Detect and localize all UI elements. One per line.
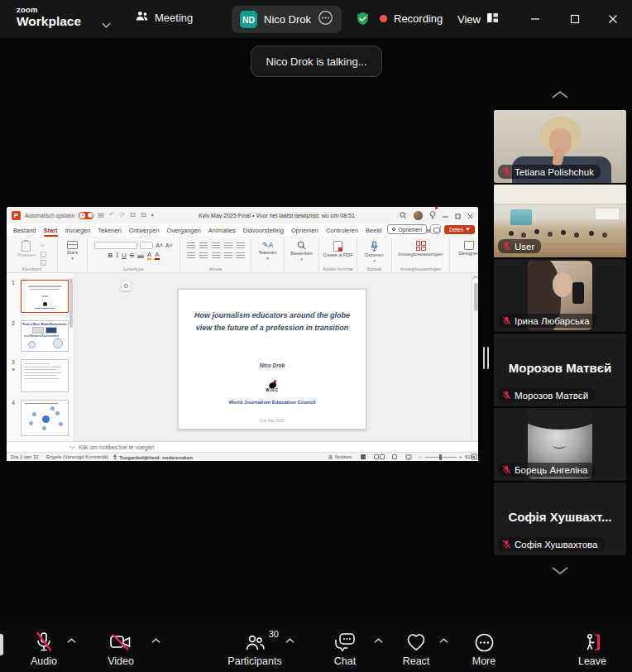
- design-ideas-button[interactable]: [121, 281, 132, 291]
- participants-options-chevron-icon[interactable]: [285, 632, 294, 647]
- scroll-participants-up-button[interactable]: [551, 90, 569, 99]
- menu-diavoorstelling[interactable]: Diavoorstelling: [243, 224, 284, 237]
- window-close-button[interactable]: [605, 11, 621, 27]
- slide-thumbnail-3[interactable]: 3 ★: [7, 359, 74, 394]
- menu-overgangen[interactable]: Overgangen: [167, 224, 201, 237]
- video-options-chevron-icon[interactable]: [151, 632, 160, 647]
- ppt-close-button[interactable]: [467, 208, 473, 223]
- accessibility-status[interactable]: Toegankelijkheid: onderzoeken: [113, 454, 193, 460]
- strikethrough-button[interactable]: S: [130, 252, 134, 259]
- video-tile-iryna[interactable]: Ірина Любарська: [494, 259, 626, 332]
- comments-icon[interactable]: [430, 224, 441, 234]
- active-speaker-pill[interactable]: ND Nico Drok: [232, 6, 342, 33]
- bullet-list-icon[interactable]: [187, 242, 195, 249]
- workspace-chevron-down-icon[interactable]: [102, 17, 111, 31]
- autosave-toggle[interactable]: ✓: [79, 212, 93, 219]
- window-maximize-button[interactable]: [567, 11, 583, 27]
- cut-icon[interactable]: ✂: [41, 242, 46, 249]
- menu-ontwerpen[interactable]: Ontwerpen: [129, 224, 160, 237]
- audio-options-chevron-icon[interactable]: [67, 632, 76, 647]
- hidden-panel-handle[interactable]: [0, 634, 3, 655]
- font-name-box[interactable]: [94, 242, 137, 249]
- view-button[interactable]: View: [457, 12, 499, 26]
- video-tile-user[interactable]: User: [494, 185, 626, 257]
- fit-to-window-button[interactable]: [471, 454, 477, 461]
- language-status[interactable]: Engels (Verenigd Koninkrijk): [46, 454, 108, 459]
- view-sorter-button[interactable]: [374, 454, 385, 459]
- shrink-font-icon[interactable]: A˅: [165, 242, 173, 248]
- format-painter-icon[interactable]: [41, 260, 46, 266]
- ppt-minimize-button[interactable]: [443, 208, 448, 223]
- menu-beeld[interactable]: Beeld: [366, 224, 381, 237]
- slideshow-icon[interactable]: ⊡: [130, 212, 136, 218]
- slide-1-canvas[interactable]: How journalism educators around the glob…: [178, 289, 366, 430]
- designer-button[interactable]: Designer: [459, 241, 478, 256]
- panel-resize-handle[interactable]: [483, 347, 489, 369]
- justify-icon[interactable]: [224, 252, 232, 259]
- menu-bestand[interactable]: Bestand: [13, 224, 36, 237]
- menu-tekenen[interactable]: Tekenen: [98, 224, 122, 237]
- clear-format-button[interactable]: ab: [137, 253, 144, 259]
- ppt-restore-button[interactable]: [455, 208, 461, 223]
- indent-increase-icon[interactable]: [224, 242, 232, 249]
- align-center-icon[interactable]: [199, 252, 208, 259]
- zoom-out-button[interactable]: −: [419, 454, 422, 459]
- line-spacing-icon[interactable]: [237, 242, 245, 249]
- save-icon[interactable]: ▤: [98, 212, 104, 218]
- video-tile-sofiia[interactable]: Софія Хушвахт... Софія Хушвахтова: [494, 482, 626, 555]
- numbered-list-icon[interactable]: [199, 242, 208, 249]
- canvas-scrollbar[interactable]: [472, 273, 478, 441]
- video-tile-borets[interactable]: Борець Ангеліна: [494, 408, 626, 481]
- underline-button[interactable]: U: [122, 252, 127, 259]
- menu-animaties[interactable]: Animaties: [208, 224, 236, 237]
- recording-indicator[interactable]: Recording: [380, 12, 443, 25]
- menu-controleren[interactable]: Controleren: [326, 224, 358, 237]
- video-tile-morozov[interactable]: Морозов Матвєй Морозов Матвєй: [494, 334, 626, 406]
- undo-icon[interactable]: ↶: [109, 212, 115, 218]
- preview-icon[interactable]: ⊟: [141, 212, 146, 218]
- font-color-button[interactable]: A: [155, 252, 159, 260]
- menu-opnemen[interactable]: Opnemen: [291, 224, 318, 237]
- account-avatar[interactable]: [414, 211, 423, 220]
- participants-button[interactable]: 30 Participants: [218, 631, 292, 667]
- redo-icon[interactable]: ⟳: [120, 212, 126, 218]
- menu-invoegen[interactable]: Invoegen: [65, 224, 91, 237]
- view-slideshow-button[interactable]: [405, 454, 412, 461]
- menu-start[interactable]: Start: [44, 224, 58, 237]
- slide-thumbnail-1[interactable]: 1: [7, 280, 74, 314]
- lightbulb-icon[interactable]: [429, 208, 436, 223]
- view-normal-button[interactable]: [361, 454, 366, 459]
- new-slide-button[interactable]: Dia's ▾: [67, 241, 78, 261]
- zoom-in-button[interactable]: +: [459, 454, 462, 459]
- grow-font-icon[interactable]: A˄: [156, 242, 163, 248]
- edit-button[interactable]: Bewerken ▾: [290, 241, 313, 262]
- security-shield-icon[interactable]: [355, 11, 371, 31]
- notes-bar[interactable]: Klik om notities toe te voegen: [7, 441, 478, 452]
- notes-toggle-button[interactable]: Notities: [328, 454, 352, 459]
- leave-button[interactable]: Leave: [555, 631, 630, 667]
- addins-button[interactable]: Invoegtoepassingen: [399, 241, 443, 257]
- window-minimize-button[interactable]: [527, 11, 543, 27]
- slide-thumbnail-2[interactable]: 2 From a Mass Media Environment to a Net…: [7, 320, 74, 353]
- create-pdf-button[interactable]: Create a PDF: [323, 241, 354, 257]
- qat-dropdown-icon[interactable]: ▾: [151, 213, 154, 218]
- slide-thumbnail-4[interactable]: 4: [7, 400, 74, 436]
- tab-meeting[interactable]: Meeting: [135, 10, 193, 25]
- italic-button[interactable]: I: [116, 252, 118, 259]
- font-size-box[interactable]: [140, 242, 153, 249]
- indent-decrease-icon[interactable]: [212, 242, 220, 249]
- highlight-color-button[interactable]: A: [147, 252, 151, 260]
- align-right-icon[interactable]: [212, 252, 220, 259]
- thumbnail-scrollbar[interactable]: [69, 278, 73, 328]
- copy-icon[interactable]: [41, 252, 46, 257]
- view-reading-button[interactable]: [392, 454, 397, 459]
- chat-button[interactable]: Chat: [308, 631, 382, 667]
- video-tile-tetiana[interactable]: Tetiana Polishchuk: [494, 110, 626, 183]
- speaker-more-icon[interactable]: [318, 10, 333, 29]
- align-left-icon[interactable]: [187, 252, 195, 259]
- share-button[interactable]: Delen: [444, 225, 475, 234]
- video-button[interactable]: Video: [84, 631, 158, 667]
- dictate-button[interactable]: Dicteren ▾: [365, 241, 383, 263]
- bold-button[interactable]: B: [108, 252, 113, 259]
- scroll-participants-down-button[interactable]: [551, 566, 569, 575]
